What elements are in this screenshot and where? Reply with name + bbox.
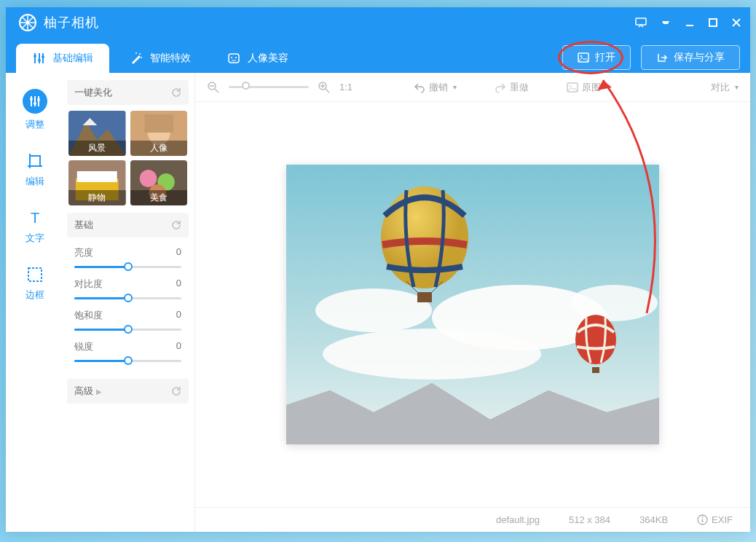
svg-text:T: T (31, 210, 39, 226)
one-click-section-head[interactable]: 一键美化 (67, 80, 189, 105)
slider-label: 饱和度 (74, 309, 103, 322)
svg-rect-1 (636, 18, 646, 25)
svg-point-9 (38, 59, 41, 62)
nav-adjust[interactable]: 调整 (23, 89, 47, 131)
slider-thumb[interactable] (124, 325, 133, 334)
svg-point-25 (37, 98, 40, 101)
svg-rect-15 (229, 54, 239, 63)
original-label: 原图 (582, 81, 601, 94)
slider-value: 0 (176, 246, 181, 259)
zoom-in-icon[interactable] (318, 81, 331, 94)
slider-brightness: 亮度0 (74, 246, 181, 272)
slider-sharpness: 锐度0 (74, 340, 181, 366)
svg-rect-30 (28, 268, 42, 281)
redo-button[interactable]: 重做 (495, 81, 529, 94)
compare-button[interactable]: 对比 ▾ (711, 81, 739, 94)
nav-crop[interactable]: 编辑 (25, 152, 44, 188)
undo-icon (414, 82, 425, 93)
info-icon (697, 514, 708, 525)
image-open-icon (578, 52, 589, 63)
slider-saturation: 饱和度0 (74, 309, 181, 334)
preset-label: 风景 (68, 141, 126, 156)
tab-label: 人像美容 (248, 52, 288, 65)
redo-icon (495, 82, 506, 93)
tab-basic-edit[interactable]: 基础编辑 (16, 44, 109, 73)
nav-label: 编辑 (25, 175, 44, 188)
slider-thumb[interactable] (124, 262, 133, 271)
side-panel: 一键美化 风景 人像 静物 美食 (64, 73, 195, 532)
pin-icon[interactable] (660, 17, 672, 28)
zoom-thumb[interactable] (242, 82, 250, 90)
original-button[interactable]: 原图 (567, 81, 601, 94)
svg-line-45 (215, 89, 218, 93)
slider-track[interactable] (74, 262, 181, 272)
face-icon (227, 52, 240, 65)
titlebar: 柚子相机 (6, 7, 750, 38)
maximize-icon[interactable] (708, 17, 718, 28)
image-icon (567, 82, 578, 93)
tabbar: 基础编辑 智能特效 人像美容 打开 保存与分享 (6, 38, 750, 73)
undo-button[interactable]: 撤销 ▾ (414, 81, 457, 94)
magic-wand-icon (130, 52, 143, 65)
minimize-icon[interactable] (685, 17, 695, 28)
status-filename: default.jpg (496, 514, 540, 525)
undo-label: 撤销 (429, 81, 448, 94)
preset-food[interactable]: 美食 (130, 160, 188, 205)
svg-rect-65 (592, 367, 599, 373)
svg-point-64 (575, 315, 616, 364)
slider-track[interactable] (74, 324, 181, 334)
tab-portrait[interactable]: 人像美容 (211, 44, 304, 73)
nav-text[interactable]: T 文字 (25, 208, 44, 245)
svg-point-7 (34, 55, 36, 58)
slider-track[interactable] (74, 356, 181, 366)
frame-icon (25, 265, 44, 284)
preset-label: 人像 (130, 141, 188, 156)
reset-icon[interactable] (171, 386, 181, 396)
redo-label: 重做 (510, 81, 529, 94)
advanced-section-head[interactable]: 高级 ▶ (67, 379, 189, 404)
svg-rect-39 (77, 171, 117, 182)
zoom-actual[interactable]: 1:1 (339, 82, 353, 93)
svg-point-52 (570, 85, 571, 87)
svg-point-13 (141, 57, 142, 58)
feedback-icon[interactable] (635, 17, 647, 28)
preset-landscape[interactable]: 风景 (68, 111, 126, 156)
canvas-viewport[interactable] (195, 102, 750, 507)
open-button[interactable]: 打开 (562, 45, 631, 70)
svg-rect-61 (417, 292, 432, 302)
zoom-slider[interactable] (229, 86, 309, 88)
slider-value: 0 (176, 278, 181, 291)
svg-rect-3 (709, 19, 717, 26)
tab-smart-fx[interactable]: 智能特效 (114, 44, 207, 73)
nav-label: 文字 (25, 232, 44, 245)
app-logo-icon (19, 14, 36, 31)
preset-portrait[interactable]: 人像 (130, 111, 188, 156)
slider-contrast: 对比度0 (74, 278, 181, 303)
close-icon[interactable] (731, 17, 741, 28)
chevron-right-icon: ▶ (96, 388, 102, 396)
preset-label: 美食 (130, 190, 188, 205)
chevron-down-icon: ▾ (735, 83, 739, 91)
svg-point-16 (231, 57, 232, 58)
slider-track[interactable] (74, 293, 181, 303)
slider-thumb[interactable] (124, 294, 133, 302)
status-dimensions: 512 x 384 (569, 514, 610, 525)
preset-stilllife[interactable]: 静物 (68, 160, 126, 205)
svg-point-11 (42, 55, 44, 58)
reset-icon[interactable] (171, 87, 181, 98)
section-title: 一键美化 (74, 86, 112, 99)
save-share-button[interactable]: 保存与分享 (641, 45, 740, 70)
tab-label: 基础编辑 (52, 52, 93, 65)
preset-label: 静物 (68, 190, 126, 205)
canvas-area: 1:1 撤销 ▾ 重做 原图 对比 (195, 73, 750, 532)
zoom-out-icon[interactable] (207, 81, 220, 94)
basic-section-head[interactable]: 基础 (67, 213, 189, 237)
status-filesize: 364KB (639, 514, 668, 525)
slider-label: 亮度 (74, 246, 93, 259)
slider-thumb[interactable] (124, 356, 133, 365)
reset-icon[interactable] (171, 220, 181, 230)
exif-button[interactable]: EXIF (697, 514, 733, 525)
status-bar: default.jpg 512 x 384 364KB EXIF (195, 507, 750, 532)
nav-frame[interactable]: 边框 (25, 265, 44, 302)
svg-point-23 (34, 102, 36, 105)
